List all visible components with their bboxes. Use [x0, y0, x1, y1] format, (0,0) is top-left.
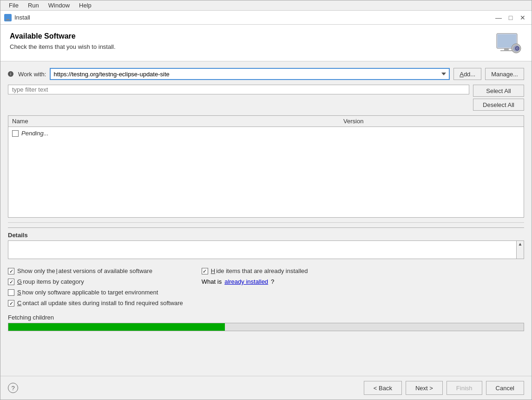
svg-rect-1 [7, 19, 9, 20]
add-button[interactable]: Add... [453, 68, 481, 80]
details-scrollbar[interactable]: ▲ [516, 241, 524, 259]
header-section: Available Software Check the items that … [0, 25, 532, 61]
status-text: Fetching children [8, 314, 524, 321]
footer-buttons: < Back Next > Finish Cancel [364, 381, 524, 395]
target-environment-checkbox[interactable] [8, 289, 14, 296]
svg-rect-0 [5, 15, 11, 19]
svg-text:⚙: ⚙ [514, 45, 520, 52]
pending-label: Pending... [21, 130, 49, 137]
group-by-category-checkbox[interactable] [8, 279, 14, 285]
details-section: Details ▲ [8, 227, 524, 259]
main-section: i Work with: https://testng.org/testng-e… [0, 61, 532, 376]
work-with-row: i Work with: https://testng.org/testng-e… [8, 68, 524, 80]
filter-input[interactable] [8, 85, 469, 94]
window-controls: — □ ✕ [493, 13, 528, 23]
option-contact-update-sites: Contact all update sites during install … [8, 300, 183, 307]
menu-window[interactable]: Window [44, 1, 74, 10]
back-button[interactable]: < Back [364, 381, 402, 395]
side-buttons: Select All Deselect All [473, 85, 524, 111]
menu-run[interactable]: Run [23, 1, 44, 10]
options-section: Show only the latest versions of availab… [8, 267, 524, 307]
menu-bar: File Run Window Help [0, 0, 532, 11]
col-name-header: Name [12, 118, 343, 125]
progress-bar [8, 323, 225, 331]
status-section: Fetching children [8, 314, 524, 331]
options-col-left: Show only the latest versions of availab… [8, 267, 183, 307]
finish-button[interactable]: Finish [447, 381, 482, 395]
software-table: Name Version Pending... [8, 115, 524, 218]
svg-rect-2 [6, 20, 10, 20]
help-button[interactable]: ? [8, 383, 18, 393]
table-body: Pending... [8, 127, 524, 217]
window-title: Install [14, 14, 30, 21]
deselect-all-button[interactable]: Deselect All [473, 99, 524, 111]
menu-help[interactable]: Help [74, 1, 96, 10]
manage-button[interactable]: Manage... [485, 68, 524, 80]
page-subtitle: Check the items that you wish to install… [10, 43, 494, 50]
contact-update-sites-checkbox[interactable] [8, 300, 14, 307]
close-button[interactable]: ✕ [518, 13, 528, 23]
next-button[interactable]: Next > [406, 381, 443, 395]
header-icon: ⚙ [494, 32, 522, 55]
footer: ? < Back Next > Finish Cancel [0, 376, 532, 400]
minimize-button[interactable]: — [493, 13, 504, 23]
app-icon [4, 14, 12, 21]
install-window: File Run Window Help Install — □ ✕ Avail… [0, 0, 532, 400]
svg-rect-6 [500, 50, 512, 51]
scroll-up-icon: ▲ [518, 242, 523, 247]
option-latest-versions: Show only the latest versions of availab… [8, 267, 183, 274]
info-icon[interactable]: i [8, 71, 13, 77]
details-box: ▲ [8, 240, 524, 259]
cancel-button[interactable]: Cancel [486, 381, 524, 395]
col-version-header: Version [343, 118, 483, 125]
url-dropdown[interactable]: https://testng.org/testng-eclipse-update… [50, 68, 450, 80]
already-installed-link[interactable]: already installed [224, 278, 268, 285]
latest-versions-checkbox[interactable] [8, 268, 14, 274]
option-already-installed-link: What is already installed ? [202, 278, 308, 285]
table-row: Pending... [12, 129, 520, 138]
option-target-environment: Show only software applicable to target … [8, 289, 183, 296]
svg-rect-5 [504, 48, 509, 50]
option-hide-installed: Hide items that are already installed [202, 267, 308, 274]
details-label: Details [8, 232, 524, 239]
select-all-button[interactable]: Select All [473, 85, 524, 97]
work-with-label: Work with: [18, 71, 46, 78]
progress-bar-container [8, 323, 524, 331]
maximize-button[interactable]: □ [506, 13, 516, 23]
menu-file[interactable]: File [4, 1, 23, 10]
option-group-by-category: Group items by category [8, 278, 183, 285]
table-header: Name Version [8, 116, 524, 127]
title-bar: Install — □ ✕ [0, 11, 532, 25]
hide-installed-checkbox[interactable] [202, 268, 208, 274]
options-col-right: Hide items that are already installed Wh… [202, 267, 308, 307]
row-checkbox[interactable] [12, 130, 19, 137]
page-title: Available Software [10, 32, 494, 40]
